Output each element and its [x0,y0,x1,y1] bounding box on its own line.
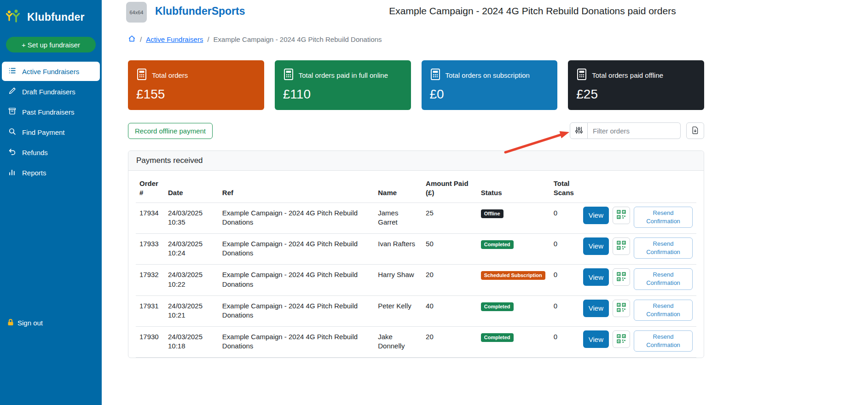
order-cell: 17932 [136,265,164,295]
home-icon[interactable] [128,35,136,44]
scans-cell: 0 [550,295,579,326]
amount-cell: 40 [422,295,477,326]
scans-cell: 0 [550,202,579,233]
stat-card-subscription: Total orders on subscription £0 [422,60,558,110]
sign-out-button[interactable]: Sign out [7,318,43,327]
sidebar-item-active-fundraisers[interactable]: Active Fundraisers [2,62,100,81]
order-cell: 17934 [136,202,164,233]
qr-code-button[interactable] [613,330,630,348]
logo-text: Klubfunder [27,11,85,23]
avatar: 64x64 [126,2,147,23]
filter-controls [570,122,704,139]
col-scans: Total Scans [550,171,579,202]
status-badge: Scheduled Subscription [481,271,545,280]
ref-cell: Example Campaign - 2024 4G Pitch Rebuild… [219,327,374,358]
payments-card-title: Payments received [128,151,704,171]
name-cell: Peter Kelly [374,295,422,326]
stat-label: Total orders paid offline [592,71,663,79]
calculator-icon [576,68,587,82]
name-cell: James Garret [374,202,422,233]
setup-fundraiser-button[interactable]: + Set up fundraiser [6,37,96,52]
record-offline-payment-button[interactable]: Record offline payment [128,123,213,139]
table-row: 17930 24/03/2025 10:18 Example Campaign … [136,327,696,358]
resend-confirmation-button[interactable]: Resend Confirmation [634,330,693,352]
resend-confirmation-button[interactable]: Resend Confirmation [634,300,693,321]
status-badge: Completed [481,240,514,249]
col-date: Date [164,171,219,202]
logo[interactable]: Klubfunder [0,0,102,30]
breadcrumb-separator: / [140,35,142,43]
order-cell: 17933 [136,233,164,264]
sidebar-item-past-fundraisers[interactable]: Past Fundraisers [2,102,100,122]
amount-cell: 25 [422,202,477,233]
sidebar-item-refunds[interactable]: Refunds [2,143,100,162]
stat-label: Total orders [152,71,188,79]
sidebar-item-reports[interactable]: Reports [2,163,100,182]
scans-cell: 0 [550,233,579,264]
stat-value: £155 [136,87,256,102]
stats-row: Total orders £155 [128,60,704,110]
status-badge: Completed [481,302,514,311]
date-cell: 24/03/2025 10:22 [164,265,219,295]
avatar-placeholder-text: 64x64 [130,10,144,15]
actions-cell: View Resend Confirmation [579,233,696,264]
col-actions [579,171,696,202]
table-row: 17932 24/03/2025 10:22 Example Campaign … [136,265,696,295]
amount-cell: 20 [422,327,477,358]
amount-cell: 20 [422,265,477,295]
view-button[interactable]: View [583,300,609,317]
scans-cell: 0 [550,265,579,295]
col-amount: Amount Paid (£) [422,171,477,202]
qr-code-icon [617,241,626,251]
breadcrumb-current: Example Campaign - 2024 4G Pitch Rebuild… [214,35,382,43]
sidebar-item-draft-fundraisers[interactable]: Draft Fundraisers [2,82,100,101]
view-button[interactable]: View [583,330,609,348]
view-button[interactable]: View [583,268,609,286]
resend-confirmation-button[interactable]: Resend Confirmation [634,207,693,228]
date-cell: 24/03/2025 10:35 [164,202,219,233]
undo-arrow-icon [8,148,16,157]
qr-code-button[interactable] [613,268,630,286]
qr-code-button[interactable] [613,207,630,224]
stat-label: Total orders on subscription [446,71,530,79]
qr-code-icon [617,334,626,345]
status-cell: Completed [477,295,550,326]
stat-value: £110 [283,87,403,102]
order-cell: 17931 [136,295,164,326]
view-button[interactable]: View [583,207,609,224]
status-badge: Offline [481,209,503,218]
filter-sliders-button[interactable] [570,122,588,139]
ref-cell: Example Campaign - 2024 4G Pitch Rebuild… [219,295,374,326]
name-cell: Ivan Rafters [374,233,422,264]
status-cell: Completed [477,327,550,358]
sidebar-item-label: Draft Fundraisers [22,88,75,96]
lock-icon [7,318,14,327]
download-file-icon [691,126,699,136]
table-header-row: Order # Date Ref Name Amount Paid (£) St… [136,171,696,202]
col-name: Name [374,171,422,202]
status-cell: Offline [477,202,550,233]
actions-row: Record offline payment [128,122,704,139]
sliders-icon [575,126,583,136]
qr-code-button[interactable] [613,300,630,317]
resend-confirmation-button[interactable]: Resend Confirmation [634,268,693,289]
stat-value: £0 [430,87,550,102]
export-button[interactable] [686,122,704,139]
payments-card: Payments received Order # Date Ref [128,150,704,358]
col-ref: Ref [219,171,374,202]
actions-cell: View Resend Confirmation [579,295,696,326]
qr-code-button[interactable] [613,237,630,255]
table-row: 17931 24/03/2025 10:21 Example Campaign … [136,295,696,326]
resend-confirmation-button[interactable]: Resend Confirmation [634,237,693,259]
table-row: 17933 24/03/2025 10:24 Example Campaign … [136,233,696,264]
sidebar-item-label: Find Payment [22,128,65,136]
sidebar-item-find-payment[interactable]: Find Payment [2,122,100,142]
view-button[interactable]: View [583,237,609,255]
archive-icon [8,107,16,116]
status-cell: Completed [477,233,550,264]
breadcrumb-link-active-fundraisers[interactable]: Active Fundraisers [146,35,203,43]
sidebar-item-label: Reports [22,169,46,177]
status-badge: Completed [481,333,514,342]
content-area: Total orders £155 [128,60,704,358]
filter-orders-input[interactable] [588,122,681,139]
